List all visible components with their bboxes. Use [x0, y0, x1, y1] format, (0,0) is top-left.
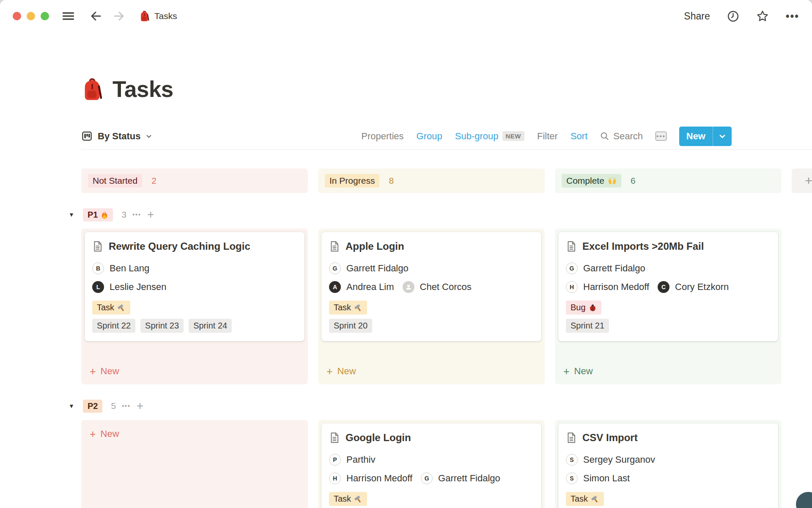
- board-cell-p1-in-progress: Apple Login G Garrett Fidalgo A Andrea L…: [318, 229, 545, 384]
- assignee-row: S Simon Last: [566, 469, 771, 488]
- add-card-button[interactable]: + New: [85, 362, 304, 381]
- window-toolbar: Tasks Share •••: [0, 0, 812, 32]
- person-name: Cory Etzkorn: [675, 282, 729, 293]
- avatar: S: [566, 472, 578, 484]
- column-header-in-progress[interactable]: In Progress 8: [318, 168, 545, 193]
- share-button[interactable]: Share: [684, 11, 710, 22]
- hammer-icon: [354, 304, 362, 312]
- card-excel-imports-fail[interactable]: Excel Imports >20Mb Fail G Garrett Fidal…: [558, 232, 778, 341]
- group-label: P1: [88, 210, 98, 220]
- avatar-initial: S: [570, 456, 573, 463]
- assignee-row: H Harrison Medoff G Garrett Fidalgo: [329, 469, 534, 488]
- status-badge: Not Started: [88, 174, 142, 188]
- updates-button[interactable]: [727, 10, 739, 22]
- person-name: Ben Lang: [110, 263, 149, 274]
- breadcrumb[interactable]: Tasks: [139, 10, 177, 22]
- group-badge-p1[interactable]: P1: [83, 208, 113, 221]
- backpack-icon[interactable]: [81, 77, 103, 102]
- notion-window: Tasks Share ••• Tasks: [0, 0, 812, 508]
- sidebar-toggle-button[interactable]: [62, 11, 75, 21]
- person-icon: [403, 281, 414, 293]
- add-card-button[interactable]: + New: [558, 362, 778, 381]
- plus-icon: +: [326, 366, 333, 377]
- sort-button[interactable]: Sort: [571, 131, 587, 142]
- sprint-tag: Sprint 23: [140, 319, 184, 333]
- status-badge: Complete: [562, 174, 621, 188]
- person-name: Parthiv: [346, 454, 375, 465]
- group-header-p2: ▼ P2 5 ••• +: [66, 398, 812, 414]
- column-count: 2: [151, 176, 156, 186]
- filter-button[interactable]: Filter: [537, 131, 558, 142]
- type-label: Task: [97, 303, 114, 312]
- person-name: Sergey Surganov: [583, 454, 655, 465]
- person-name: Leslie Jensen: [110, 282, 167, 293]
- assignee-row: S Sergey Surganov: [566, 450, 771, 469]
- person-name: Garrett Fidalgo: [346, 263, 409, 274]
- person-name: Garrett Fidalgo: [438, 473, 500, 484]
- view-more-button[interactable]: •••: [656, 132, 667, 141]
- card-apple-login[interactable]: Apple Login G Garrett Fidalgo A Andrea L…: [321, 232, 541, 341]
- subgroup-button[interactable]: Sub-group NEW: [455, 131, 524, 142]
- group-add-button[interactable]: +: [137, 400, 143, 412]
- new-record-dropdown[interactable]: [713, 127, 732, 146]
- card-csv-import[interactable]: CSV Import S Sergey Surganov S Simon Las…: [558, 423, 778, 508]
- avatar: P: [329, 454, 341, 466]
- type-tag: Task: [329, 492, 367, 506]
- close-window-button[interactable]: [13, 12, 21, 20]
- status-badge: In Progress: [325, 174, 379, 188]
- type-label: Bug: [571, 303, 586, 312]
- add-column-button[interactable]: +: [792, 168, 812, 193]
- document-icon: [566, 240, 577, 252]
- back-icon: [89, 9, 103, 23]
- card-rewrite-query-caching-logic[interactable]: Rewrite Query Caching Logic B Ben Lang L…: [85, 232, 304, 341]
- favorite-button[interactable]: [756, 10, 769, 22]
- view-switcher[interactable]: By Status: [81, 130, 152, 142]
- collapse-toggle-icon[interactable]: ▼: [66, 211, 77, 218]
- kanban-board: Not Started 2 In Progress 8 Complete 6: [81, 168, 812, 508]
- assignee-row: A Andrea Lim Chet Corcos: [329, 278, 534, 296]
- view-controls-bar: By Status Properties Group Sub-group NEW…: [81, 123, 812, 150]
- avatar-initial: A: [333, 284, 337, 290]
- new-record-button[interactable]: New: [679, 127, 732, 146]
- group-add-button[interactable]: +: [147, 209, 154, 221]
- new-feature-badge: NEW: [502, 131, 525, 141]
- search-button[interactable]: Search: [600, 131, 643, 142]
- avatar-initial: H: [333, 475, 337, 482]
- type-tag: Task: [329, 301, 367, 315]
- properties-button[interactable]: Properties: [361, 131, 403, 142]
- board-cell-p1-not-started: Rewrite Query Caching Logic B Ben Lang L…: [81, 229, 308, 384]
- minimize-window-button[interactable]: [27, 12, 35, 20]
- column-header-complete[interactable]: Complete 6: [555, 168, 782, 193]
- page-title: Tasks: [112, 77, 173, 102]
- back-button[interactable]: [89, 9, 103, 23]
- sprint-tag: Sprint 22: [92, 319, 135, 333]
- avatar-initial: C: [661, 284, 666, 290]
- avatar-initial: G: [425, 475, 429, 482]
- group-more-button[interactable]: •••: [122, 403, 131, 409]
- window-more-button[interactable]: •••: [786, 10, 799, 22]
- tab-title: Tasks: [154, 11, 177, 21]
- plus-icon: +: [90, 366, 96, 377]
- search-label: Search: [613, 131, 643, 142]
- avatar: A: [329, 281, 341, 293]
- card-title: Rewrite Query Caching Logic: [109, 240, 250, 252]
- avatar-initial: S: [570, 475, 573, 482]
- forward-button[interactable]: [112, 9, 126, 23]
- view-name: By Status: [98, 131, 140, 142]
- add-card-button[interactable]: + New: [321, 362, 541, 381]
- collapse-toggle-icon[interactable]: ▼: [66, 403, 77, 409]
- add-card-button[interactable]: + New: [85, 424, 124, 444]
- group-button[interactable]: Group: [417, 131, 442, 142]
- star-icon: [756, 10, 769, 22]
- hammer-icon: [117, 304, 126, 312]
- add-card-label: New: [574, 366, 593, 377]
- board-cell-p2-complete: CSV Import S Sergey Surganov S Simon Las…: [555, 420, 782, 508]
- group-header-p1: ▼ P1 3 ••• +: [66, 207, 812, 223]
- avatar: H: [329, 472, 341, 484]
- card-google-login[interactable]: Google Login P Parthiv H Harrison Medoff…: [321, 423, 541, 508]
- column-header-not-started[interactable]: Not Started 2: [81, 168, 308, 193]
- group-badge-p2[interactable]: P2: [83, 400, 102, 413]
- zoom-window-button[interactable]: [41, 12, 49, 20]
- assignee-row: G Garrett Fidalgo: [329, 259, 534, 278]
- group-more-button[interactable]: •••: [132, 211, 141, 218]
